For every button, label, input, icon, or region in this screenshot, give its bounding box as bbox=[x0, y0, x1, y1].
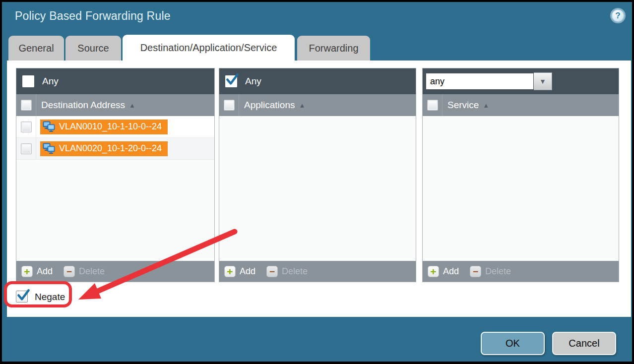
column-header-label: Service bbox=[443, 100, 479, 111]
pbf-rule-dialog: Policy Based Forwarding Rule ? General S… bbox=[2, 2, 632, 362]
add-label: Add bbox=[240, 266, 255, 277]
column-header-label: Applications bbox=[239, 100, 295, 111]
tab-destination-application-service[interactable]: Destination/Application/Service bbox=[123, 35, 295, 61]
destination-list: VLAN0010_10-1-10-0--24 VLAN0020_1 bbox=[16, 116, 214, 261]
sort-ascending-icon: ▲ bbox=[479, 102, 489, 109]
applications-toolbar: + Add − Delete bbox=[219, 261, 416, 282]
destination-address-panel: Any Destination Address ▲ bbox=[16, 68, 215, 282]
row-checkbox-cell bbox=[16, 116, 36, 137]
destination-any-checkbox[interactable] bbox=[22, 75, 34, 87]
table-row[interactable]: VLAN0020_10-1-20-0--24 bbox=[16, 138, 214, 160]
service-select-all-checkbox[interactable] bbox=[427, 100, 438, 111]
dialog-title: Policy Based Forwarding Rule bbox=[15, 9, 171, 23]
question-mark-glyph: ? bbox=[615, 11, 620, 21]
network-computers-icon bbox=[43, 121, 56, 133]
chevron-down-icon[interactable]: ▼ bbox=[534, 72, 552, 90]
delete-label: Delete bbox=[282, 266, 308, 277]
ok-label: OK bbox=[506, 338, 520, 349]
tab-source[interactable]: Source bbox=[65, 36, 121, 61]
service-toolbar: + Add − Delete bbox=[423, 261, 619, 282]
service-list bbox=[423, 116, 619, 261]
service-panel: any ▼ Service ▲ + Add bbox=[422, 68, 619, 282]
add-button[interactable]: + Add bbox=[21, 266, 53, 277]
minus-icon: − bbox=[470, 266, 481, 277]
applications-any-checkbox[interactable] bbox=[225, 75, 237, 87]
cancel-label: Cancel bbox=[569, 338, 599, 349]
minus-icon: − bbox=[266, 266, 278, 277]
tab-label: Forwarding bbox=[309, 43, 358, 54]
destination-toolbar: + Add − Delete bbox=[16, 261, 214, 282]
delete-button[interactable]: − Delete bbox=[63, 266, 105, 277]
address-object-tag[interactable]: VLAN0020_10-1-20-0--24 bbox=[40, 141, 168, 156]
service-column-header[interactable]: Service ▲ bbox=[423, 94, 619, 116]
applications-select-all-checkbox[interactable] bbox=[224, 100, 235, 111]
applications-any-label: Any bbox=[245, 76, 261, 87]
destination-column-header[interactable]: Destination Address ▲ bbox=[16, 94, 214, 116]
row-checkbox[interactable] bbox=[21, 121, 32, 132]
network-computers-icon bbox=[43, 143, 56, 155]
address-object-label: VLAN0010_10-1-10-0--24 bbox=[59, 121, 162, 132]
negate-label: Negate bbox=[35, 292, 65, 303]
negate-checkbox[interactable] bbox=[16, 291, 28, 303]
service-any-header: any ▼ bbox=[423, 68, 619, 94]
service-dropdown-value[interactable]: any bbox=[426, 73, 534, 90]
tab-label: Destination/Application/Service bbox=[140, 42, 277, 54]
add-button[interactable]: + Add bbox=[224, 266, 255, 277]
address-object-label: VLAN0020_10-1-20-0--24 bbox=[59, 143, 162, 154]
destination-any-header: Any bbox=[16, 68, 214, 94]
applications-any-header: Any bbox=[219, 68, 416, 94]
applications-list bbox=[219, 116, 416, 261]
minus-icon: − bbox=[63, 266, 75, 277]
delete-button[interactable]: − Delete bbox=[470, 266, 511, 277]
applications-panel: Any Applications ▲ + Add − bbox=[219, 68, 416, 282]
plus-icon: + bbox=[224, 266, 236, 277]
cancel-button[interactable]: Cancel bbox=[552, 332, 616, 355]
tab-label: Source bbox=[77, 43, 109, 54]
row-checkbox-cell bbox=[16, 138, 36, 159]
tab-forwarding[interactable]: Forwarding bbox=[297, 36, 370, 61]
applications-column-header[interactable]: Applications ▲ bbox=[219, 94, 416, 116]
destination-select-all-checkbox[interactable] bbox=[21, 100, 32, 111]
tab-label: General bbox=[18, 43, 54, 54]
select-all-cell bbox=[219, 94, 239, 116]
destination-any-label: Any bbox=[42, 76, 59, 87]
service-dropdown[interactable]: any ▼ bbox=[426, 72, 552, 90]
sort-ascending-icon: ▲ bbox=[125, 102, 135, 109]
screenshot-root: Policy Based Forwarding Rule ? General S… bbox=[0, 0, 634, 364]
delete-label: Delete bbox=[485, 266, 511, 277]
row-checkbox[interactable] bbox=[21, 143, 32, 154]
plus-icon: + bbox=[21, 266, 33, 277]
plus-icon: + bbox=[428, 266, 439, 277]
delete-label: Delete bbox=[79, 266, 105, 277]
checkmark-icon bbox=[17, 289, 30, 302]
checkmark-icon bbox=[226, 73, 239, 86]
help-icon[interactable]: ? bbox=[611, 9, 625, 22]
select-all-cell bbox=[16, 94, 36, 116]
add-button[interactable]: + Add bbox=[428, 266, 459, 277]
column-header-label: Destination Address bbox=[36, 100, 125, 111]
sort-ascending-icon: ▲ bbox=[295, 102, 305, 109]
address-object-tag[interactable]: VLAN0010_10-1-10-0--24 bbox=[40, 120, 168, 134]
tab-content: Any Destination Address ▲ bbox=[7, 61, 631, 317]
delete-button[interactable]: − Delete bbox=[266, 266, 308, 277]
add-label: Add bbox=[443, 266, 459, 277]
tab-general[interactable]: General bbox=[8, 36, 64, 61]
ok-button[interactable]: OK bbox=[481, 332, 545, 355]
select-all-cell bbox=[423, 94, 443, 116]
table-row[interactable]: VLAN0010_10-1-10-0--24 bbox=[16, 116, 214, 138]
add-label: Add bbox=[37, 266, 53, 277]
